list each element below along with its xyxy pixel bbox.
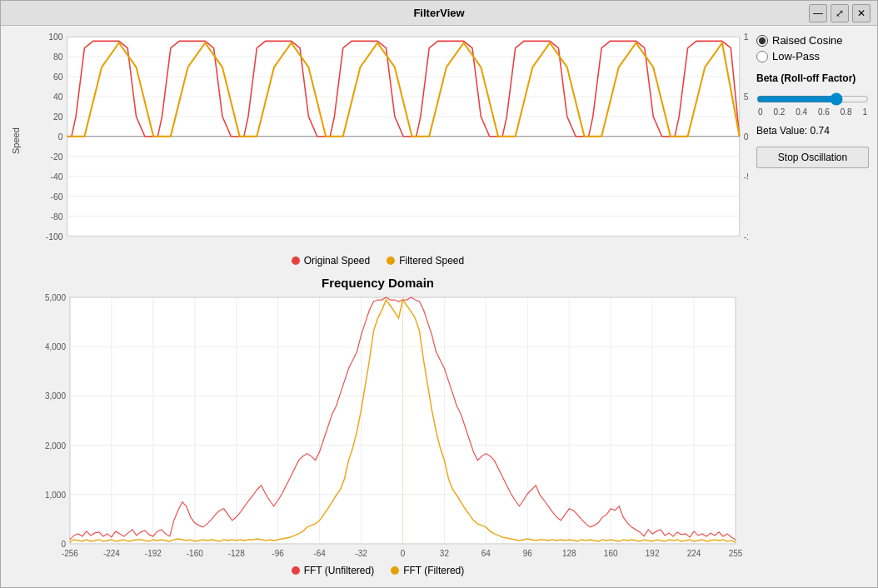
svg-text:255: 255 xyxy=(729,549,743,558)
legend-fft-filtered: FFT (Filtered) xyxy=(391,565,464,576)
top-chart-y-label: Speed xyxy=(7,32,24,249)
beta-slider-track xyxy=(756,91,869,107)
freq-chart-wrapper: 5,000 4,000 3,000 2,000 1,000 0 -256 -22… xyxy=(7,293,748,561)
svg-text:128: 128 xyxy=(562,549,576,558)
svg-text:-40: -40 xyxy=(51,172,63,182)
svg-text:160: 160 xyxy=(604,549,618,558)
svg-text:-32: -32 xyxy=(355,549,367,558)
svg-text:-160: -160 xyxy=(187,549,203,558)
legend-fft-filtered-dot xyxy=(391,566,399,575)
stop-oscillation-button[interactable]: Stop Oscillation xyxy=(756,147,869,168)
legend-filtered-label: Filtered Speed xyxy=(399,255,464,267)
titlebar: FilterView — ⤢ ✕ xyxy=(1,1,877,26)
svg-text:32: 32 xyxy=(440,549,450,558)
tick-0: 0 xyxy=(758,107,763,117)
svg-text:192: 192 xyxy=(646,549,660,558)
legend-fft-unfiltered-dot xyxy=(292,566,300,575)
svg-text:5,000: 5,000 xyxy=(45,293,66,302)
raised-cosine-option[interactable]: Raised Cosine xyxy=(756,34,869,47)
svg-text:-20: -20 xyxy=(51,152,63,162)
top-chart-svg: 100 80 60 40 20 0 -20 -40 -60 -80 -100 1… xyxy=(24,32,748,249)
freq-chart-svg: 5,000 4,000 3,000 2,000 1,000 0 -256 -22… xyxy=(24,293,748,561)
svg-text:0: 0 xyxy=(61,540,66,549)
maximize-button[interactable]: ⤢ xyxy=(831,4,849,22)
low-pass-option[interactable]: Low-Pass xyxy=(756,50,869,62)
svg-text:1,000: 1,000 xyxy=(45,491,66,500)
filter-radio-group: Raised Cosine Low-Pass xyxy=(756,34,869,62)
freq-domain-title: Frequency Domain xyxy=(7,272,748,293)
bottom-legend: FFT (Unfiltered) FFT (Filtered) xyxy=(7,561,748,581)
tick-08: 0.8 xyxy=(841,107,852,117)
top-legend: Original Speed Filtered Speed xyxy=(7,249,748,272)
main-content: Speed xyxy=(1,26,877,587)
beta-value-display: Beta Value: 0.74 xyxy=(756,125,869,137)
svg-text:-192: -192 xyxy=(145,549,162,558)
legend-original-speed: Original Speed xyxy=(292,255,370,267)
window-controls: — ⤢ ✕ xyxy=(809,4,871,22)
tick-02: 0.2 xyxy=(773,107,785,117)
svg-text:-96: -96 xyxy=(272,549,284,558)
beta-slider[interactable] xyxy=(756,92,869,106)
legend-filtered-speed: Filtered Speed xyxy=(387,255,464,267)
svg-text:0: 0 xyxy=(401,549,406,558)
legend-fft-unfiltered: FFT (Unfiltered) xyxy=(292,565,374,576)
svg-text:60: 60 xyxy=(53,72,63,82)
window-title: FilterView xyxy=(413,7,464,19)
svg-text:-60: -60 xyxy=(51,192,63,202)
svg-text:-224: -224 xyxy=(103,549,120,558)
top-chart-wrapper: 100 80 60 40 20 0 -20 -40 -60 -80 -100 1… xyxy=(24,32,748,249)
svg-text:-80: -80 xyxy=(51,212,63,222)
svg-text:-64: -64 xyxy=(313,549,326,558)
charts-area: Speed xyxy=(1,26,748,587)
bottom-chart-container: Frequency Domain xyxy=(7,272,748,581)
svg-text:3,000: 3,000 xyxy=(45,391,66,401)
svg-text:50: 50 xyxy=(744,92,748,102)
svg-text:100: 100 xyxy=(744,32,748,42)
legend-original-dot xyxy=(292,257,300,265)
raised-cosine-label: Raised Cosine xyxy=(772,34,843,47)
svg-text:-256: -256 xyxy=(62,549,78,558)
svg-text:-100: -100 xyxy=(46,232,63,242)
low-pass-radio[interactable] xyxy=(756,51,768,62)
beta-slider-container: 0 0.2 0.4 0.6 0.8 1 xyxy=(756,91,869,117)
minimize-button[interactable]: — xyxy=(809,4,827,22)
svg-text:20: 20 xyxy=(53,112,63,122)
raised-cosine-radio[interactable] xyxy=(756,35,768,47)
svg-text:-100: -100 xyxy=(744,232,748,242)
svg-text:-128: -128 xyxy=(228,549,245,558)
top-chart-container: Speed xyxy=(7,32,748,249)
svg-text:224: 224 xyxy=(687,549,701,558)
svg-text:64: 64 xyxy=(481,549,491,558)
beta-roll-off-label: Beta (Roll-off Factor) xyxy=(756,72,869,84)
legend-original-label: Original Speed xyxy=(304,255,370,267)
low-pass-label: Low-Pass xyxy=(772,50,820,62)
svg-text:80: 80 xyxy=(53,52,63,62)
tick-1: 1 xyxy=(862,107,867,117)
tick-06: 0.6 xyxy=(818,107,830,117)
svg-text:2,000: 2,000 xyxy=(45,441,66,451)
legend-fft-unfiltered-label: FFT (Unfiltered) xyxy=(304,565,374,576)
close-button[interactable]: ✕ xyxy=(852,4,871,22)
tick-04: 0.4 xyxy=(796,107,807,117)
legend-fft-filtered-label: FFT (Filtered) xyxy=(403,565,464,576)
svg-text:100: 100 xyxy=(48,32,62,42)
svg-text:40: 40 xyxy=(53,92,63,102)
main-window: FilterView — ⤢ ✕ Speed xyxy=(0,0,878,588)
sidebar: Raised Cosine Low-Pass Beta (Roll-off Fa… xyxy=(748,26,877,587)
svg-text:96: 96 xyxy=(523,549,533,558)
legend-filtered-dot xyxy=(387,257,395,265)
svg-text:4,000: 4,000 xyxy=(45,342,66,351)
svg-text:-50: -50 xyxy=(744,172,748,182)
svg-text:0: 0 xyxy=(58,132,63,142)
slider-ticks: 0 0.2 0.4 0.6 0.8 1 xyxy=(756,107,869,117)
svg-text:0: 0 xyxy=(744,132,748,142)
